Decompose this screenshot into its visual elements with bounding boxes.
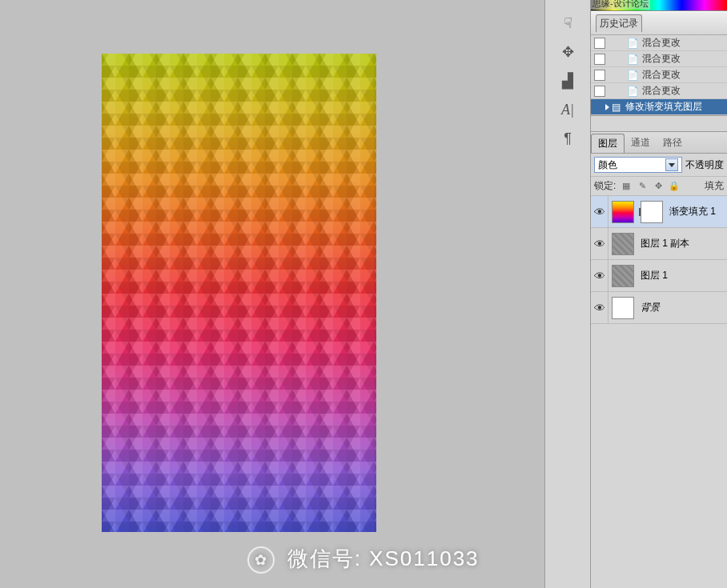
blend-icon: 📄	[626, 69, 639, 82]
history-checkbox[interactable]	[594, 38, 605, 49]
layer-item[interactable]: 👁 图层 1	[591, 260, 727, 292]
blend-mode-select[interactable]: 颜色	[594, 157, 682, 173]
history-label: 混合更改	[642, 36, 681, 50]
blend-icon: 📄	[626, 53, 639, 66]
gradient-fill-icon: ▤	[609, 101, 622, 114]
layer-item[interactable]: 👁 背景	[591, 292, 727, 324]
mini-toolbar: ☟ ✥ ▟ A| ¶	[544, 0, 591, 588]
layer-item[interactable]: 👁 图层 1 副本	[591, 228, 727, 260]
triangle-mosaic-art	[102, 54, 376, 532]
history-list: 📄 混合更改 📄 混合更改 📄 混合更改 📄 混合更改 ▤ 修改渐变填充图层	[591, 35, 727, 116]
document-canvas[interactable]	[102, 54, 376, 532]
layer-mask-thumbnail[interactable]	[641, 201, 663, 223]
history-checkbox[interactable]	[594, 86, 605, 97]
history-tab[interactable]: 历史记录	[596, 14, 642, 32]
layer-thumbnail[interactable]	[612, 265, 634, 287]
blend-icon: 📄	[626, 85, 639, 98]
layer-item[interactable]: 👁 渐变填充 1	[591, 196, 727, 228]
layer-name: 图层 1 副本	[641, 237, 689, 250]
wechat-icon: ✿	[247, 546, 275, 574]
fill-label: 填充	[705, 179, 724, 193]
history-label: 混合更改	[642, 52, 681, 66]
tab-channels[interactable]: 通道	[625, 134, 657, 153]
eye-icon: 👁	[594, 270, 605, 282]
layer-thumbnail[interactable]	[612, 297, 634, 319]
lock-move-icon[interactable]: ✥	[653, 181, 664, 192]
panels-column: 思缘-设计论坛 历史记录 📄 混合更改 📄 混合更改 📄 混合更改 📄 混合更改	[591, 0, 727, 588]
layer-thumbnail[interactable]	[612, 201, 634, 223]
caption-number: XS011033	[369, 546, 479, 570]
visibility-toggle[interactable]: 👁	[591, 196, 609, 227]
visibility-toggle[interactable]: 👁	[591, 260, 609, 291]
lock-brush-icon[interactable]: ✎	[637, 181, 648, 192]
color-strip: 思缘-设计论坛	[591, 0, 727, 11]
lock-transparency-icon[interactable]: ▦	[621, 181, 632, 192]
eye-icon: 👁	[594, 302, 605, 314]
tab-layers[interactable]: 图层	[591, 134, 625, 153]
blend-mode-value: 颜色	[598, 158, 617, 172]
history-item[interactable]: 📄 混合更改	[591, 35, 727, 51]
layer-name: 渐变填充 1	[669, 205, 716, 218]
layer-thumbnail[interactable]	[612, 233, 634, 255]
lock-label: 锁定:	[594, 179, 616, 193]
wechat-caption: ✿ 微信号: XS011033	[0, 545, 727, 574]
tab-paths[interactable]: 路径	[657, 134, 689, 153]
history-item[interactable]: 📄 混合更改	[591, 83, 727, 99]
history-checkbox[interactable]	[594, 54, 605, 65]
layers-panel-tabs: 图层 通道 路径	[591, 132, 727, 154]
svg-rect-8	[102, 54, 376, 532]
blend-icon: 📄	[626, 37, 639, 50]
layer-name: 图层 1	[641, 269, 668, 282]
pilcrow-icon[interactable]: ¶	[555, 128, 580, 149]
eye-icon: 👁	[594, 238, 605, 250]
eye-icon: 👁	[594, 206, 605, 218]
caption-prefix: 微信号:	[287, 546, 369, 570]
text-a-icon[interactable]: A|	[555, 99, 580, 120]
layer-name: 背景	[641, 301, 660, 314]
history-item[interactable]: 📄 混合更改	[591, 51, 727, 67]
history-panel-header: 历史记录	[591, 11, 727, 35]
dropdown-arrow-icon	[665, 158, 678, 171]
history-label: 修改渐变填充图层	[625, 100, 702, 114]
stamp-icon[interactable]: ▟	[555, 70, 580, 91]
lock-row: 锁定: ▦ ✎ ✥ 🔒 填充	[591, 177, 727, 196]
blend-mode-row: 颜色 不透明度	[591, 154, 727, 177]
visibility-toggle[interactable]: 👁	[591, 292, 609, 323]
history-label: 混合更改	[642, 84, 681, 98]
visibility-toggle[interactable]: 👁	[591, 228, 609, 259]
opacity-label: 不透明度	[685, 158, 724, 172]
lock-all-icon[interactable]: 🔒	[669, 181, 680, 192]
layers-list: 👁 渐变填充 1 👁 图层 1 副本 👁 图层 1 👁 背景	[591, 196, 727, 324]
history-label: 混合更改	[642, 68, 681, 82]
history-checkbox[interactable]	[594, 70, 605, 81]
canvas-area[interactable]	[0, 0, 544, 588]
adjust-icon[interactable]: ✥	[555, 42, 580, 62]
history-item[interactable]: 📄 混合更改	[591, 67, 727, 83]
history-item[interactable]: ▤ 修改渐变填充图层	[591, 99, 727, 115]
watermark-text: 思缘-设计论坛	[591, 0, 650, 10]
hand-pointing-icon[interactable]: ☟	[555, 13, 580, 34]
